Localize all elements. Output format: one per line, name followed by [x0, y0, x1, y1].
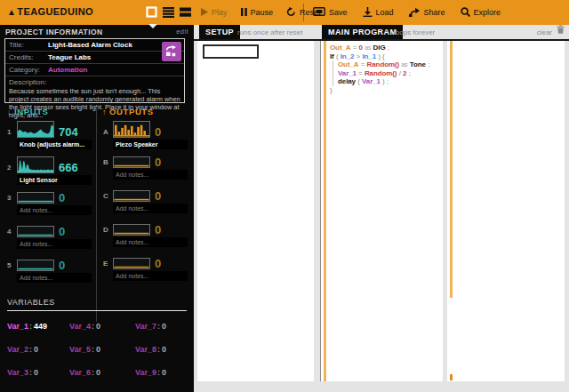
output-A-notes[interactable]: Piezo Speaker [113, 140, 188, 149]
main-program-tab: MAIN PROGRAM [322, 25, 403, 39]
input-4-notes[interactable]: Add notes... [17, 239, 92, 249]
remix-share-icon[interactable] [162, 42, 181, 61]
code-token[interactable]: Var_1 [338, 69, 357, 77]
code-token[interactable]: ; [428, 60, 429, 68]
variable-Var_7: Var_7:0 [135, 322, 192, 331]
code-token[interactable]: Var_1 [362, 77, 381, 85]
code-line[interactable]: Var_1 = Random() / 2 ; [333, 69, 441, 78]
list-view-icon[interactable] [163, 6, 174, 18]
code-token[interactable]: = [353, 44, 357, 52]
variable-Var_1: Var_1:449 [7, 322, 69, 331]
code-editor[interactable]: Out_A = 0 as DIG ; If ( In_2 > In_1 ) { … [321, 41, 443, 94]
code-token[interactable]: Random() [365, 69, 397, 77]
code-token[interactable]: Out_A [338, 60, 359, 68]
project-title-row: Title: Light-Based Alarm Clock [5, 39, 184, 52]
input-1-value: 704 [59, 126, 78, 138]
toolbar: ▲TEAGUEDUINO Play Pause Reset Save [0, 0, 569, 25]
title-label: Title: [9, 41, 48, 49]
code-token[interactable]: delay [338, 77, 356, 85]
input-5-notes[interactable]: Add notes... [17, 273, 92, 283]
load-button[interactable]: Load [363, 7, 394, 19]
code-token[interactable]: = [361, 60, 365, 68]
code-token[interactable]: In_1 [362, 52, 376, 60]
code-token[interactable]: ) [378, 52, 381, 60]
variable-value: 0 [34, 368, 38, 377]
edit-link[interactable]: edit [176, 28, 188, 36]
input-2-value: 666 [59, 162, 78, 173]
variable-value: 449 [34, 322, 47, 331]
variables-grid: Var_1:449Var_2:0Var_3:0Var_4:0Var_5:0Var… [7, 315, 192, 384]
inputs-header: ↓INPUTS [7, 107, 102, 116]
output-D-sparkline [113, 224, 150, 236]
project-credits-row: Credits: Teague Labs [5, 52, 184, 64]
project-category-row: Category: Automation [5, 64, 184, 76]
code-token[interactable]: 0 [359, 44, 363, 52]
code-line[interactable]: delay ( Var_1 ) ; [333, 77, 441, 86]
active-view-pointer [148, 24, 157, 28]
split-view-icon[interactable] [180, 6, 191, 18]
input-3-notes[interactable]: Add notes... [17, 205, 92, 215]
code-token[interactable]: as [365, 44, 371, 51]
single-view-icon[interactable] [146, 6, 157, 18]
code-line[interactable]: } [330, 86, 441, 95]
empty-code-slot[interactable] [203, 44, 259, 59]
share-button[interactable]: Share [409, 7, 445, 19]
code-line[interactable]: Out_A = 0 as DIG ; [330, 44, 441, 52]
code-token[interactable]: ; [388, 44, 389, 52]
output-item-E: E0Add notes... [103, 258, 188, 281]
down-arrow-icon: ↓ [7, 108, 12, 116]
code-token[interactable]: Random() [367, 60, 400, 68]
app-title: TEAGUEDUINO [17, 6, 93, 17]
io-headers: ↓INPUTS ↑OUTPUTS [7, 107, 188, 116]
input-item-5: 50Add notes... [7, 260, 94, 283]
io-monitor: 1704Knob (adjusts alarm...2666Light Sens… [0, 121, 194, 325]
output-E-value: 0 [155, 258, 161, 269]
code-token[interactable]: ; [409, 69, 411, 77]
code-token[interactable]: 2 [403, 69, 406, 77]
variable-Var_5: Var_5:0 [69, 345, 135, 354]
code-token[interactable]: / [399, 69, 401, 77]
code-token[interactable]: } [330, 86, 333, 94]
code-token[interactable]: = [358, 69, 363, 77]
save-button[interactable]: Save [313, 7, 348, 18]
project-title: Light-Based Alarm Clock [48, 41, 132, 49]
code-token[interactable]: If [330, 52, 334, 60]
output-index: A [103, 128, 113, 138]
project-info-card: Title: Light-Based Alarm Clock Credits: … [4, 38, 185, 103]
input-2-notes[interactable]: Light Sensor [17, 175, 92, 185]
input-1-notes[interactable]: Knob (adjusts alarm... [17, 140, 92, 149]
input-index: 2 [7, 164, 17, 173]
output-index: D [103, 226, 113, 236]
app-logo: ▲TEAGUEDUINO [7, 6, 93, 17]
variable-value: 0 [96, 345, 100, 354]
play-button[interactable]: Play [201, 8, 228, 18]
code-token[interactable]: DIG [373, 44, 386, 52]
output-E-notes[interactable]: Add notes... [113, 271, 188, 281]
code-token[interactable]: > [357, 52, 361, 60]
code-token[interactable]: ; [387, 77, 389, 85]
input-3-sparkline [17, 192, 54, 204]
code-token[interactable]: { [382, 52, 385, 60]
variable-Var_6: Var_6:0 [69, 368, 135, 377]
up-arrow-icon: ↑ [102, 108, 107, 116]
explore-button[interactable]: Explore [461, 7, 501, 19]
code-token[interactable]: In_2 [341, 52, 355, 60]
input-item-2: 2666Light Sensor [7, 156, 94, 185]
output-index: B [103, 158, 113, 168]
code-token[interactable]: Tone [410, 60, 426, 68]
input-item-1: 1704Knob (adjusts alarm... [7, 121, 94, 149]
share-icon [409, 7, 421, 19]
output-B-notes[interactable]: Add notes... [113, 170, 188, 180]
code-line[interactable]: If ( In_2 > In_1 ) { [330, 52, 441, 61]
variable-value: 0 [96, 368, 100, 377]
clear-button[interactable]: clear [537, 28, 552, 36]
code-token[interactable]: ) [382, 77, 385, 85]
output-C-notes[interactable]: Add notes... [113, 204, 188, 213]
code-token[interactable]: Out_A [330, 44, 351, 52]
output-D-notes[interactable]: Add notes... [113, 237, 188, 247]
code-token[interactable]: ( [336, 52, 339, 60]
code-token[interactable]: as [401, 61, 407, 68]
pause-button[interactable]: Pause [241, 8, 274, 18]
code-token[interactable]: ( [357, 77, 360, 85]
code-line[interactable]: Out_A = Random() as Tone ; [333, 60, 441, 69]
